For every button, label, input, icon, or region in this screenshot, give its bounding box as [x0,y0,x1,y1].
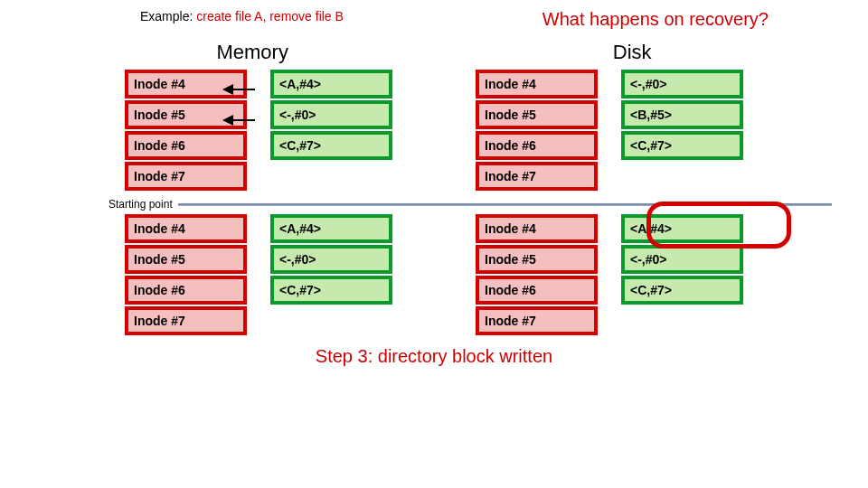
dir-cell: <B,#5> [621,100,743,129]
dir-cell: <A,#4> [621,214,743,243]
example-label: Example: [140,9,196,23]
dir-cell: <A,#4> [270,214,392,243]
dir-cell: <C,#7> [270,276,392,305]
inode-cell: Inode #4 [476,214,598,243]
inode-cell: Inode #6 [125,276,247,305]
memory-header: Memory [216,41,288,64]
dir-cell: <C,#7> [621,276,743,305]
recovery-question: What happens on recovery? [542,9,769,30]
disk-header: Disk [613,41,652,64]
before-section: Inode #4 Inode #5 Inode #6 Inode #7 <A,#… [0,70,868,191]
inode-cell: Inode #5 [476,100,598,129]
disk-dir-stack: <-,#0> <B,#5> <C,#7> [621,70,743,191]
inode-cell: Inode #7 [125,306,247,335]
inode-cell: Inode #7 [125,162,247,191]
disk-dir-stack: <A,#4> <-,#0> <C,#7> [621,214,743,335]
dir-cell: <-,#0> [621,70,743,99]
inode-cell: Inode #7 [476,306,598,335]
starting-point-label: Starting point [108,198,173,211]
step-caption: Step 3: directory block written [0,346,868,367]
memory-inode-stack: Inode #4 Inode #5 Inode #6 Inode #7 [125,214,247,335]
example-action: create file A, remove file B [196,9,344,23]
disk-inode-stack: Inode #4 Inode #5 Inode #6 Inode #7 [476,70,598,191]
inode-cell: Inode #4 [476,70,598,99]
divider-bar [178,203,832,206]
dir-cell: <A,#4> [270,70,392,99]
inode-cell: Inode #6 [125,131,247,160]
inode-cell: Inode #6 [476,131,598,160]
disk-inode-stack: Inode #4 Inode #5 Inode #6 Inode #7 [476,214,598,335]
inode-cell: Inode #6 [476,276,598,305]
inode-cell: Inode #4 [125,70,247,99]
example-text: Example: create file A, remove file B [140,9,344,30]
memory-dir-stack: <A,#4> <-,#0> <C,#7> [270,214,392,335]
header-row: Example: create file A, remove file B Wh… [0,0,868,30]
starting-point-divider: Starting point [108,198,832,211]
column-headers: Memory Disk [54,41,814,64]
dir-cell: <-,#0> [270,100,392,129]
memory-dir-stack: <A,#4> <-,#0> <C,#7> [270,70,392,191]
inode-cell: Inode #7 [476,162,598,191]
inode-cell: Inode #5 [125,245,247,274]
dir-cell: <C,#7> [621,131,743,160]
inode-cell: Inode #4 [125,214,247,243]
after-section: Inode #4 Inode #5 Inode #6 Inode #7 <A,#… [0,214,868,335]
inode-cell: Inode #5 [125,100,247,129]
dir-cell: <-,#0> [270,245,392,274]
dir-cell: <C,#7> [270,131,392,160]
memory-inode-stack: Inode #4 Inode #5 Inode #6 Inode #7 [125,70,247,191]
inode-cell: Inode #5 [476,245,598,274]
dir-cell: <-,#0> [621,245,743,274]
